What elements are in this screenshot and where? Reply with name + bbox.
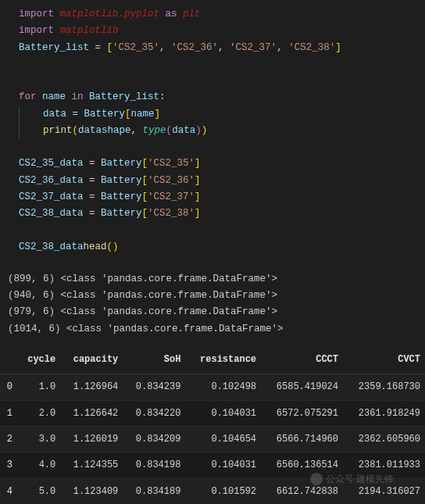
code-line: import matplotlib [0, 23, 425, 39]
code-line: CS2_35_data = Battery['CS2_35'] [0, 155, 425, 172]
code-line: import matplotlib.pyplot as plt [0, 6, 425, 23]
table-header [0, 345, 17, 374]
code-line: data = Battery[name] [0, 106, 425, 123]
code-line: CS2_38_data = Battery['CS2_38'] [0, 206, 425, 222]
code-line: CS2_37_data = Battery['CS2_37'] [0, 189, 425, 206]
watermark-icon [310, 473, 323, 485]
code-line: CS2_38_datahead() [0, 239, 425, 256]
output-line: (1014, 6) <class 'pandas.core.frame.Data… [8, 321, 425, 338]
table-row: 01.01.1269640.8342390.1024986585.4190242… [0, 374, 425, 400]
watermark: 公众号·建模先锋 [310, 471, 394, 487]
watermark-text: 公众号·建模先锋 [326, 471, 394, 487]
table-header-row: cycle capacity SoH resistance CCCT CVCT [0, 345, 425, 374]
code-line: Battery_list = ['CS2_35', 'CS2_36', 'CS2… [0, 40, 425, 56]
code-line: CS2_36_data = Battery['CS2_36'] [0, 173, 425, 189]
output-text: (899, 6) <class 'pandas.core.frame.DataF… [0, 265, 425, 345]
code-line: print(datashape, type(data)) [0, 123, 425, 139]
code-cell[interactable]: import matplotlib.pyplot as plt import m… [0, 0, 425, 265]
table-header: CCCT [261, 345, 343, 374]
output-line: (899, 6) <class 'pandas.core.frame.DataF… [8, 271, 425, 288]
output-line: (940, 6) <class 'pandas.core.frame.DataF… [8, 288, 425, 304]
table-header: SoH [123, 345, 185, 374]
table-header: cycle [17, 345, 60, 374]
output-line: (979, 6) <class 'pandas.core.frame.DataF… [8, 304, 425, 320]
table-header: CVCT [343, 345, 425, 374]
table-header: resistance [185, 345, 261, 374]
code-line: for name in Battery_list: [0, 89, 425, 105]
table-row: 12.01.1266420.8342200.1040316572.0752912… [0, 400, 425, 426]
table-row: 23.01.1260190.8342090.1046546566.7149602… [0, 426, 425, 452]
table-header: capacity [60, 345, 123, 374]
